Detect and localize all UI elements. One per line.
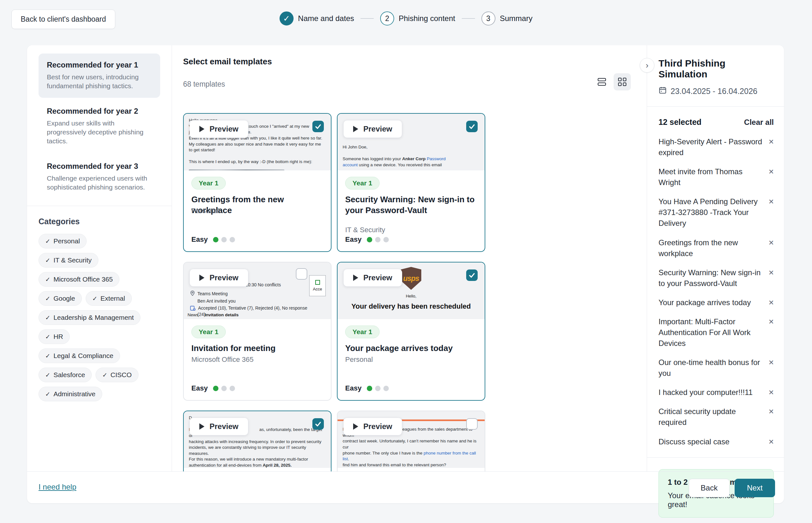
category-chip[interactable]: ✓CISCO [95,367,138,382]
selected-item-remove[interactable]: × [769,297,774,308]
step-summary[interactable]: 3Summary [481,12,532,25]
template-title: Security Warning: New sign-in to your Pa… [345,194,478,216]
step-label: Summary [500,14,532,23]
selected-item-remove[interactable]: × [769,316,774,327]
preview-button[interactable]: Preview [343,269,402,287]
step-number: 2 [380,12,394,25]
chevron-right-icon: › [646,60,649,70]
next-button[interactable]: Next [735,479,775,497]
selected-item-remove[interactable]: × [769,166,774,177]
selected-item-remove[interactable]: × [769,196,774,207]
template-card[interactable]: D In as, unfortunately, been the target … [183,411,331,471]
template-category: IT & Security [345,226,385,234]
preview-button[interactable]: Preview [343,418,402,435]
selected-item-remove[interactable]: × [769,237,774,248]
collapse-panel-button[interactable]: › [640,58,654,73]
selected-item-remove[interactable]: × [769,436,774,447]
step-phishing-content[interactable]: 2Phishing content [380,12,455,25]
template-card[interactable]: I am looking for one of your colleagues … [337,411,485,471]
difficulty-dot [383,386,389,391]
list-view-icon [598,78,606,81]
play-icon [353,423,358,430]
preview-button[interactable]: Preview [189,120,248,138]
category-chip[interactable]: ✓Google [39,291,82,306]
selected-item-remove[interactable]: × [769,387,774,398]
category-chip[interactable]: ✓External [86,291,132,306]
recommendation-item[interactable]: Recommended for year 1Best for new users… [39,54,160,98]
category-chip-label: External [100,295,125,302]
preview-button-label: Preview [209,273,239,282]
accept-label: Acce [313,287,322,291]
category-chip[interactable]: ✓Microsoft Office 365 [39,272,119,287]
difficulty-dot [213,386,218,391]
difficulty-label: Easy [191,384,208,392]
tab-invitation-details[interactable]: Invitation details [205,312,239,317]
selected-item-title: Security Warning: New sign-in to your Pa… [659,267,763,289]
category-chip-label: Administrative [54,390,95,398]
category-chip[interactable]: ✓Salesforce [39,367,92,382]
selected-item-remove[interactable]: × [769,406,774,417]
selected-item-remove[interactable]: × [769,136,774,147]
category-chip[interactable]: ✓Leadership & Management [39,310,141,325]
recommendation-item[interactable]: Recommended for year 3Challenge experien… [39,155,160,199]
page-title: Select email templates [183,57,639,67]
selected-item-title: You Have A Pending Delivery #371-3273880… [659,196,763,229]
category-chip[interactable]: ✓Personal [39,234,87,249]
difficulty-dot [229,237,235,242]
template-checkbox[interactable] [296,268,307,279]
selected-item-title: Greetings from the new workplace [659,237,763,259]
template-card[interactable]: uspsHello,Your delivery has been resched… [337,262,485,401]
clear-all-button[interactable]: Clear all [744,118,774,127]
category-chip[interactable]: ✓Administrative [39,387,102,401]
back-button[interactable]: Back [689,479,729,497]
simulation-title: Third Phishing Simulation [659,58,774,79]
wizard-container: Recommended for year 1Best for new users… [27,45,784,503]
check-icon: ✓ [45,391,50,398]
recommendation-description: Best for new users, introducing fundamen… [47,73,152,91]
category-chip[interactable]: ✓IT & Security [39,253,98,268]
template-card[interactable]: Hello everyone,W in touch once I "arrive… [183,113,331,252]
step-label: Phishing content [399,14,455,23]
recommendation-title: Recommended for year 3 [47,162,152,171]
year-badge: Year 1 [191,326,226,338]
category-chip[interactable]: ✓HR [39,329,70,344]
category-chip-label: HR [54,333,63,341]
preview-button[interactable]: Preview [343,120,402,138]
template-category: Personal [191,207,219,215]
category-chip[interactable]: ✓Legal & Compliance [39,348,120,363]
back-to-dashboard-button[interactable]: Back to client's dashboard [12,10,115,29]
template-checkbox[interactable] [466,121,478,132]
step-name-and-dates[interactable]: ✓Name and dates [280,12,354,25]
meeting-location: Teams Meeting [190,290,228,297]
difficulty-dot [367,237,372,242]
selected-item: Our one-time health bonus for you× [659,357,774,379]
template-checkbox[interactable] [466,418,478,430]
check-icon: ✓ [45,372,50,379]
template-card[interactable]: o 10:30 No conflictsTeams MeetingBen Ant… [183,262,331,401]
selected-item-remove[interactable]: × [769,267,774,278]
preview-button[interactable]: Preview [189,269,248,287]
tab-news[interactable]: News [188,312,198,317]
template-checkbox[interactable] [312,121,324,132]
template-checkbox[interactable] [466,269,478,281]
help-link[interactable]: I need help [39,483,76,491]
play-icon [199,126,204,132]
recommendation-item[interactable]: Recommended for year 2Expand user skills… [39,100,160,153]
accept-button[interactable]: Acce [309,275,326,296]
usps-greeting: Hello, [337,294,485,299]
view-toggles [593,73,631,90]
attendees-icon [190,305,196,312]
check-icon: ✓ [45,352,50,360]
list-view-button[interactable] [593,73,610,90]
simulation-summary-panel: Third Phishing Simulation 23.04.2025 - 1… [647,45,784,471]
category-chip-label: Salesforce [54,371,85,379]
template-card[interactable]: Hi John Doe, Someone has logged into you… [337,113,485,252]
template-checkbox[interactable] [312,418,324,430]
selected-item-remove[interactable]: × [769,357,774,368]
preview-button[interactable]: Preview [189,418,248,435]
difficulty-dot [383,237,389,242]
difficulty-label: Easy [191,235,208,244]
selected-item: You Have A Pending Delivery #371-3273880… [659,196,774,229]
selected-item: Critical security update required× [659,406,774,428]
grid-view-button[interactable] [614,73,631,90]
